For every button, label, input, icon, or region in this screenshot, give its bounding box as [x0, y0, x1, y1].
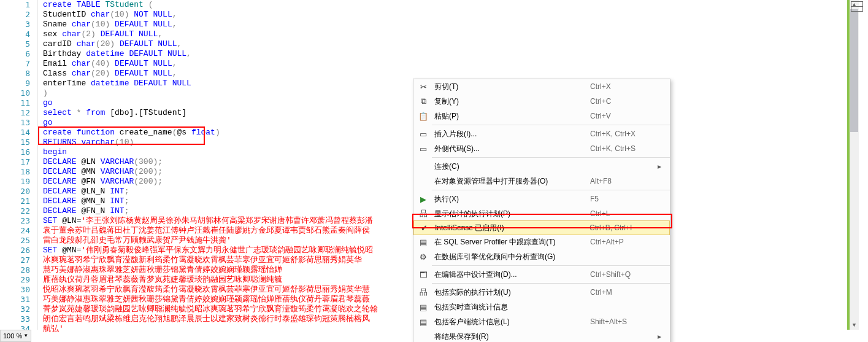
zoom-value: 100 % [3, 330, 22, 342]
submenu-arrow-icon: ▸ [658, 162, 665, 171]
copy-icon: ⧉ [416, 96, 431, 106]
menu-insert-snippet[interactable]: ▭插入片段(I)...Ctrl+K, Ctrl+X [413, 126, 670, 141]
zoom-dropdown[interactable]: 100 % ▼ [0, 330, 31, 342]
split-view-icon[interactable] [851, 1, 866, 12]
menu-tuning-advisor[interactable]: ⚙在数据库引擎优化顾问中分析查询(G) [413, 249, 670, 264]
livestat-icon: ▤ [416, 303, 431, 312]
check-icon: ✓ [417, 223, 431, 233]
snippet-icon: ▭ [416, 130, 431, 139]
menu-live-stats[interactable]: ▤包括实时查询统计信息 [413, 300, 670, 314]
menu-estimated-plan[interactable]: 品显示估计的执行计划(P)Ctrl+L [413, 206, 670, 221]
menu-execute[interactable]: ▶执行(X)F5 [413, 192, 670, 206]
tuning-icon: ⚙ [416, 252, 431, 262]
menu-paste[interactable]: 📋粘贴(P)Ctrl+V [413, 109, 670, 123]
actual-plan-icon: 品 [416, 287, 431, 298]
line-gutter: 1234567891011121314151617181920212223242… [0, 0, 38, 330]
vertical-scrollbar[interactable]: ▲ ▼ [850, 0, 859, 330]
menu-cut[interactable]: ✂剪切(T)Ctrl+X [413, 79, 670, 94]
menu-surround-with[interactable]: ▭外侧代码(S)...Ctrl+K, Ctrl+S [413, 141, 670, 156]
play-icon: ▶ [416, 195, 431, 204]
menu-intellisense-enabled[interactable]: ✓IntelliSense 已启用(I)Ctrl+B, Ctrl+I [413, 220, 670, 235]
design-icon: 🗔 [416, 270, 431, 279]
scroll-track[interactable] [850, 9, 859, 321]
menu-actual-plan[interactable]: 品包括实际的执行计划(U)Ctrl+M [413, 285, 670, 300]
clientstat-icon: ▤ [416, 317, 431, 327]
paste-icon: 📋 [416, 112, 431, 121]
menu-results-to[interactable]: 将结果保存到(R)▸ [413, 329, 670, 342]
profiler-icon: ▤ [416, 238, 431, 247]
menu-connection[interactable]: 连接(C)▸ [413, 159, 670, 174]
menu-client-stats[interactable]: ▤包括客户端统计信息(L)Shift+Alt+S [413, 314, 670, 329]
scroll-down-button[interactable]: ▼ [850, 321, 859, 330]
chevron-down-icon: ▼ [23, 330, 28, 342]
menu-copy[interactable]: ⧉复制(Y)Ctrl+C [413, 94, 670, 109]
menu-trace-profiler[interactable]: ▤在 SQL Server Profiler 中跟踪查询(T)Ctrl+Alt+… [413, 235, 670, 249]
submenu-arrow-icon: ▸ [658, 332, 665, 341]
scroll-thumb[interactable] [850, 9, 858, 132]
menu-open-in-object-explorer[interactable]: 在对象资源管理器中打开服务器(O)Alt+F8 [413, 174, 670, 188]
plan-icon: 品 [416, 208, 431, 219]
surround-icon: ▭ [416, 144, 431, 154]
menu-design-query[interactable]: 🗔在编辑器中设计查询(D)...Ctrl+Shift+Q [413, 267, 670, 282]
cut-icon: ✂ [416, 82, 431, 91]
context-menu: ✂剪切(T)Ctrl+X ⧉复制(Y)Ctrl+C 📋粘贴(P)Ctrl+V ▭… [413, 79, 670, 342]
